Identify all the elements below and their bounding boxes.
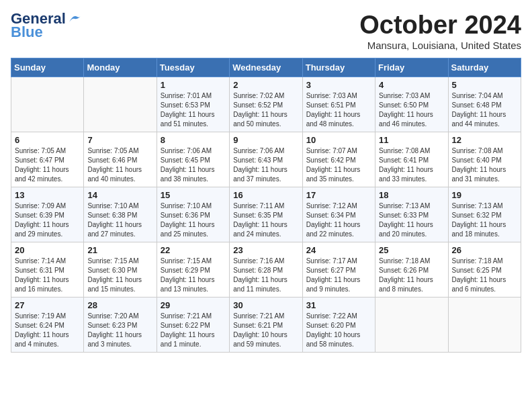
day-detail: Sunrise: 7:20 AM Sunset: 6:23 PM Dayligh… [87, 312, 152, 349]
calendar-cell: 15Sunrise: 7:10 AM Sunset: 6:36 PM Dayli… [157, 187, 229, 242]
day-number: 13 [15, 190, 80, 200]
calendar-cell: 29Sunrise: 7:21 AM Sunset: 6:22 PM Dayli… [157, 298, 229, 353]
day-detail: Sunrise: 7:18 AM Sunset: 6:25 PM Dayligh… [452, 257, 517, 294]
calendar-cell: 12Sunrise: 7:08 AM Sunset: 6:40 PM Dayli… [448, 132, 521, 187]
day-number: 12 [452, 135, 517, 145]
calendar-cell [375, 298, 448, 353]
calendar-cell: 9Sunrise: 7:06 AM Sunset: 6:43 PM Daylig… [230, 132, 302, 187]
calendar-cell: 2Sunrise: 7:02 AM Sunset: 6:52 PM Daylig… [230, 77, 302, 132]
day-detail: Sunrise: 7:21 AM Sunset: 6:21 PM Dayligh… [233, 312, 298, 349]
calendar-cell [84, 77, 157, 132]
page-header: General Blue October 2024 Mansura, Louis… [11, 11, 521, 51]
day-detail: Sunrise: 7:21 AM Sunset: 6:22 PM Dayligh… [161, 312, 226, 349]
calendar-cell: 6Sunrise: 7:05 AM Sunset: 6:47 PM Daylig… [11, 132, 84, 187]
day-number: 1 [161, 80, 226, 90]
day-detail: Sunrise: 7:17 AM Sunset: 6:27 PM Dayligh… [306, 257, 371, 294]
day-number: 14 [87, 190, 152, 200]
calendar-cell: 19Sunrise: 7:13 AM Sunset: 6:32 PM Dayli… [448, 187, 521, 242]
calendar-cell: 18Sunrise: 7:13 AM Sunset: 6:33 PM Dayli… [375, 187, 448, 242]
calendar-cell: 21Sunrise: 7:15 AM Sunset: 6:30 PM Dayli… [84, 242, 157, 298]
calendar-cell: 24Sunrise: 7:17 AM Sunset: 6:27 PM Dayli… [302, 242, 375, 298]
day-detail: Sunrise: 7:05 AM Sunset: 6:46 PM Dayligh… [87, 146, 152, 184]
day-number: 15 [161, 190, 226, 200]
day-number: 18 [379, 190, 444, 200]
calendar-cell: 25Sunrise: 7:18 AM Sunset: 6:26 PM Dayli… [375, 242, 448, 298]
calendar-cell: 4Sunrise: 7:03 AM Sunset: 6:50 PM Daylig… [375, 77, 448, 132]
calendar-cell: 11Sunrise: 7:08 AM Sunset: 6:41 PM Dayli… [375, 132, 448, 187]
calendar-cell: 26Sunrise: 7:18 AM Sunset: 6:25 PM Dayli… [448, 242, 521, 298]
day-number: 8 [161, 135, 226, 145]
day-number: 20 [15, 245, 80, 255]
day-number: 19 [452, 190, 517, 200]
day-number: 25 [379, 245, 444, 255]
day-number: 10 [306, 135, 371, 145]
logo-bird-icon [68, 13, 83, 25]
calendar-cell [11, 77, 84, 132]
calendar-cell: 20Sunrise: 7:14 AM Sunset: 6:31 PM Dayli… [11, 242, 84, 298]
logo: General Blue [11, 11, 83, 40]
day-number: 6 [15, 135, 80, 145]
calendar-cell: 31Sunrise: 7:22 AM Sunset: 6:20 PM Dayli… [302, 298, 375, 353]
day-number: 30 [233, 300, 298, 310]
day-number: 23 [233, 245, 298, 255]
calendar-cell: 27Sunrise: 7:19 AM Sunset: 6:24 PM Dayli… [11, 298, 84, 353]
day-number: 22 [161, 245, 226, 255]
calendar-cell [448, 298, 521, 353]
day-detail: Sunrise: 7:03 AM Sunset: 6:50 PM Dayligh… [379, 91, 444, 129]
calendar-cell: 13Sunrise: 7:09 AM Sunset: 6:39 PM Dayli… [11, 187, 84, 242]
day-detail: Sunrise: 7:09 AM Sunset: 6:39 PM Dayligh… [15, 201, 80, 239]
day-detail: Sunrise: 7:03 AM Sunset: 6:51 PM Dayligh… [306, 91, 371, 129]
calendar-cell: 7Sunrise: 7:05 AM Sunset: 6:46 PM Daylig… [84, 132, 157, 187]
calendar-cell: 28Sunrise: 7:20 AM Sunset: 6:23 PM Dayli… [84, 298, 157, 353]
day-number: 21 [87, 245, 152, 255]
day-detail: Sunrise: 7:11 AM Sunset: 6:35 PM Dayligh… [233, 201, 298, 239]
day-number: 4 [379, 80, 444, 90]
calendar-cell: 17Sunrise: 7:12 AM Sunset: 6:34 PM Dayli… [302, 187, 375, 242]
day-detail: Sunrise: 7:15 AM Sunset: 6:29 PM Dayligh… [161, 257, 226, 294]
day-detail: Sunrise: 7:07 AM Sunset: 6:42 PM Dayligh… [306, 146, 371, 184]
column-header-saturday: Saturday [448, 58, 521, 77]
day-number: 28 [87, 300, 152, 310]
day-number: 29 [161, 300, 226, 310]
day-number: 17 [306, 190, 371, 200]
day-detail: Sunrise: 7:08 AM Sunset: 6:41 PM Dayligh… [379, 146, 444, 184]
day-detail: Sunrise: 7:10 AM Sunset: 6:38 PM Dayligh… [87, 201, 152, 239]
day-number: 9 [233, 135, 298, 145]
day-detail: Sunrise: 7:18 AM Sunset: 6:26 PM Dayligh… [379, 257, 444, 294]
calendar-cell: 14Sunrise: 7:10 AM Sunset: 6:38 PM Dayli… [84, 187, 157, 242]
calendar-cell: 5Sunrise: 7:04 AM Sunset: 6:48 PM Daylig… [448, 77, 521, 132]
calendar-cell: 30Sunrise: 7:21 AM Sunset: 6:21 PM Dayli… [230, 298, 302, 353]
day-detail: Sunrise: 7:01 AM Sunset: 6:53 PM Dayligh… [161, 91, 226, 129]
day-detail: Sunrise: 7:19 AM Sunset: 6:24 PM Dayligh… [15, 312, 80, 349]
day-detail: Sunrise: 7:05 AM Sunset: 6:47 PM Dayligh… [15, 146, 80, 184]
day-number: 5 [452, 80, 517, 90]
calendar-cell: 8Sunrise: 7:06 AM Sunset: 6:45 PM Daylig… [157, 132, 229, 187]
calendar-cell: 10Sunrise: 7:07 AM Sunset: 6:42 PM Dayli… [302, 132, 375, 187]
day-number: 31 [306, 300, 371, 310]
calendar-cell: 23Sunrise: 7:16 AM Sunset: 6:28 PM Dayli… [230, 242, 302, 298]
day-detail: Sunrise: 7:12 AM Sunset: 6:34 PM Dayligh… [306, 201, 371, 239]
day-detail: Sunrise: 7:02 AM Sunset: 6:52 PM Dayligh… [233, 91, 298, 129]
column-header-tuesday: Tuesday [157, 58, 229, 77]
day-number: 7 [87, 135, 152, 145]
title-block: October 2024 Mansura, Louisiana, United … [359, 11, 521, 51]
day-detail: Sunrise: 7:10 AM Sunset: 6:36 PM Dayligh… [161, 201, 226, 239]
day-detail: Sunrise: 7:08 AM Sunset: 6:40 PM Dayligh… [452, 146, 517, 184]
day-number: 2 [233, 80, 298, 90]
column-header-monday: Monday [84, 58, 157, 77]
calendar-cell: 1Sunrise: 7:01 AM Sunset: 6:53 PM Daylig… [157, 77, 229, 132]
month-title: October 2024 [359, 11, 521, 40]
day-detail: Sunrise: 7:13 AM Sunset: 6:33 PM Dayligh… [379, 201, 444, 239]
day-number: 16 [233, 190, 298, 200]
calendar-cell: 22Sunrise: 7:15 AM Sunset: 6:29 PM Dayli… [157, 242, 229, 298]
column-header-wednesday: Wednesday [230, 58, 302, 77]
day-number: 27 [15, 300, 80, 310]
day-detail: Sunrise: 7:22 AM Sunset: 6:20 PM Dayligh… [306, 312, 371, 349]
column-header-sunday: Sunday [11, 58, 84, 77]
day-detail: Sunrise: 7:06 AM Sunset: 6:43 PM Dayligh… [233, 146, 298, 184]
column-header-friday: Friday [375, 58, 448, 77]
day-detail: Sunrise: 7:16 AM Sunset: 6:28 PM Dayligh… [233, 257, 298, 294]
day-detail: Sunrise: 7:13 AM Sunset: 6:32 PM Dayligh… [452, 201, 517, 239]
day-number: 3 [306, 80, 371, 90]
day-number: 11 [379, 135, 444, 145]
